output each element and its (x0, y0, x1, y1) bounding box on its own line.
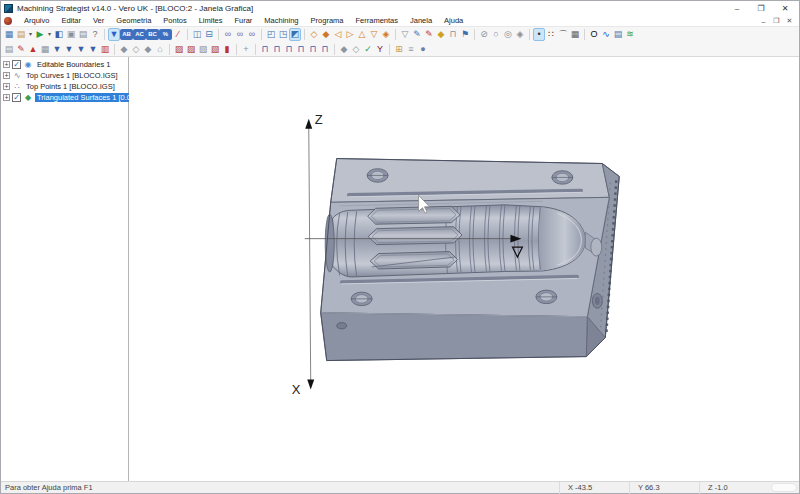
menu-geometria[interactable]: Geometria (110, 16, 157, 25)
tree-item-label[interactable]: Triangulated Surfaces 1 [0.02] (35, 93, 139, 102)
tree-item-4[interactable]: +✓◆Triangulated Surfaces 1 [0.02] (1, 92, 128, 103)
help-icon[interactable]: ? (89, 28, 101, 41)
circle-center-icon[interactable]: ◎ (502, 28, 514, 41)
tube-op-icon[interactable]: ▮ (221, 43, 233, 56)
tool-plumb-icon[interactable]: ◆ (435, 28, 447, 41)
mold-op-1-icon[interactable]: ▨ (173, 43, 185, 56)
open-dropdown-icon[interactable]: ▾ (27, 28, 34, 41)
view-left-icon[interactable]: △ (356, 28, 368, 41)
stereo-3-icon[interactable]: ∞ (246, 28, 258, 41)
maximize-button[interactable]: ❐ (749, 1, 773, 15)
shade-levels-icon[interactable]: ▤ (612, 28, 624, 41)
tool-flag-icon[interactable]: ⚑ (459, 28, 471, 41)
view-bottom-icon[interactable]: ◆ (320, 28, 332, 41)
minimize-button[interactable]: – (725, 1, 749, 15)
mold-block-model[interactable] (321, 159, 620, 361)
document-icon[interactable] (4, 17, 12, 25)
mdi-minimize-button[interactable]: – (757, 15, 770, 27)
measure-icon[interactable]: ∕ (172, 28, 184, 41)
visibility-checkbox[interactable]: ✓ (12, 93, 21, 102)
filter-icon[interactable]: Y (374, 43, 386, 56)
menu-ferramentas[interactable]: Ferramentas (349, 16, 404, 25)
window-cascade-icon[interactable]: ⊟ (203, 28, 215, 41)
level-5-icon[interactable]: ⊓ (307, 43, 319, 56)
run-macro-icon[interactable]: ▶ (34, 28, 46, 41)
home-position-icon[interactable]: ⌂ (154, 43, 166, 56)
octagon-icon[interactable]: ◈ (514, 28, 526, 41)
move-tool-icon[interactable]: + (240, 43, 252, 56)
shade-mesh-icon[interactable]: ▦ (569, 28, 581, 41)
stereo-2-icon[interactable]: ∞ (234, 28, 246, 41)
circle-none-icon[interactable]: ⊘ (478, 28, 490, 41)
level-6-icon[interactable]: ⊓ (319, 43, 331, 56)
select-solid-icon[interactable]: ◆ (338, 43, 350, 56)
view-cube-left-icon[interactable]: ◰ (265, 28, 277, 41)
copy-icon[interactable]: ▣ (65, 28, 77, 41)
view-right-icon[interactable]: ▽ (368, 28, 380, 41)
tree-item-label[interactable]: Top Curves 1 [BLOCO.IGS] (24, 71, 120, 80)
tree-item-2[interactable]: +∿Top Curves 1 [BLOCO.IGS] (1, 70, 128, 81)
menu-ver[interactable]: Ver (87, 16, 110, 25)
mill-core-icon[interactable]: ▲ (27, 43, 39, 56)
import-file-icon[interactable]: ▼ (108, 28, 120, 41)
expand-icon[interactable]: + (3, 61, 10, 68)
tool-pen-icon[interactable]: ✎ (411, 28, 423, 41)
tool-pot-icon[interactable]: ▽ (399, 28, 411, 41)
view-cube-iso-icon[interactable]: ◩ (289, 28, 301, 41)
mill-zlevel-3-icon[interactable]: ▼ (75, 43, 87, 56)
menu-editar[interactable]: Editar (55, 16, 87, 25)
menu-machining[interactable]: Machining (258, 16, 304, 25)
visibility-checkbox[interactable]: ✓ (12, 60, 21, 69)
menu-programa[interactable]: Programa (305, 16, 350, 25)
verify-icon[interactable]: ✓ (362, 43, 374, 56)
view-iso-icon[interactable]: ◈ (380, 28, 392, 41)
select-outline-icon[interactable]: ◇ (350, 43, 362, 56)
view-cube-right-icon[interactable]: ◳ (277, 28, 289, 41)
mold-op-2-icon[interactable]: ▨ (185, 43, 197, 56)
tree-item-label[interactable]: Editable Boundaries 1 (35, 60, 112, 69)
tool-knife-icon[interactable]: ✎ (423, 28, 435, 41)
mdi-close-button[interactable]: ✕ (783, 15, 796, 27)
mdi-restore-button[interactable]: ❐ (770, 15, 783, 27)
level-3-icon[interactable]: ⊓ (283, 43, 295, 56)
mill-rest-icon[interactable]: ▥ (99, 43, 111, 56)
save-icon[interactable]: ◧ (53, 28, 65, 41)
circle-plain-icon[interactable]: ○ (490, 28, 502, 41)
shade-curves-icon[interactable]: ⌒ (557, 28, 569, 41)
stereo-1-icon[interactable]: ∞ (222, 28, 234, 41)
open-model-icon[interactable]: ▤ (15, 28, 27, 41)
shade-points-icon[interactable]: • (533, 28, 545, 41)
menu-arquivo[interactable]: Arquivo (18, 16, 55, 25)
stock-box-1-icon[interactable]: ▧ (197, 43, 209, 56)
view-ac-icon[interactable]: AC (133, 29, 146, 40)
run-dropdown-icon[interactable]: ▾ (46, 28, 53, 41)
window-tile-icon[interactable]: ◫ (191, 28, 203, 41)
menu-limites[interactable]: Limites (193, 16, 229, 25)
graphics-viewport[interactable]: Z X (129, 57, 799, 481)
level-4-icon[interactable]: ⊓ (295, 43, 307, 56)
shade-smooth-icon[interactable]: ∿ (600, 28, 612, 41)
tree-item-3[interactable]: +∴Top Points 1 [BLOCO.IGS] (1, 81, 128, 92)
level-2-icon[interactable]: ⊓ (271, 43, 283, 56)
resize-grip[interactable] (771, 483, 797, 492)
tree-item-1[interactable]: +✓◉Editable Boundaries 1 (1, 59, 128, 70)
mill-zlevel-4-icon[interactable]: ▼ (87, 43, 99, 56)
tree-item-label[interactable]: Top Points 1 [BLOCO.IGS] (24, 82, 117, 91)
expand-icon[interactable]: + (3, 94, 10, 101)
menu-pontos[interactable]: Pontos (157, 16, 192, 25)
mill-block-icon[interactable]: ▤ (3, 43, 15, 56)
view-bc-icon[interactable]: BC (146, 29, 159, 40)
mill-zlevel-2-icon[interactable]: ▼ (63, 43, 75, 56)
level-1-icon[interactable]: ⊓ (259, 43, 271, 56)
menu-furar[interactable]: Furar (228, 16, 258, 25)
mill-mesh-icon[interactable]: ▦ (39, 43, 51, 56)
menu-ajuda[interactable]: Ajuda (438, 16, 469, 25)
print-icon[interactable]: ▤ (77, 28, 89, 41)
face-mill-3-icon[interactable]: ◆ (142, 43, 154, 56)
view-ab-icon[interactable]: AB (120, 29, 133, 40)
mill-draft-icon[interactable]: ✎ (15, 43, 27, 56)
view-pct-icon[interactable]: % (159, 29, 172, 40)
face-mill-2-icon[interactable]: ◇ (130, 43, 142, 56)
list-view-icon[interactable]: ≡ (405, 43, 417, 56)
shade-colormap-icon[interactable]: ≋ (624, 28, 636, 41)
